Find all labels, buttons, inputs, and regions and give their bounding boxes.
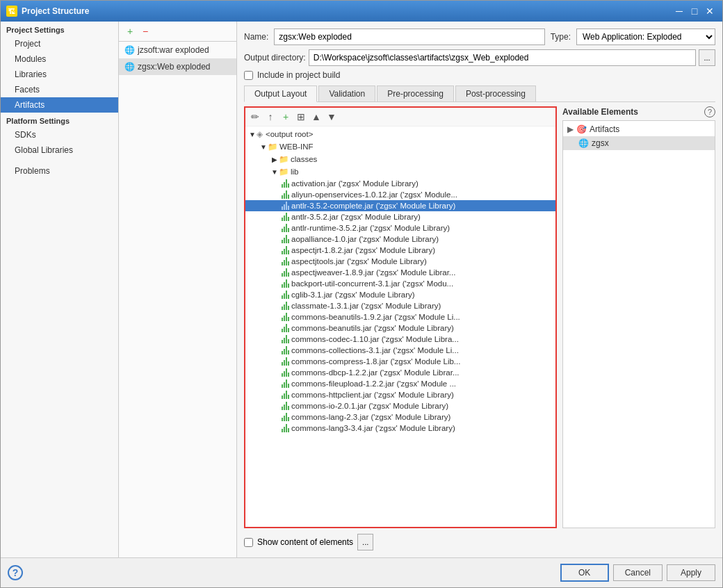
tab-pre-processing[interactable]: Pre-processing	[377, 85, 454, 101]
tree-item-jar-4[interactable]: antlr-runtime-3.5.2.jar ('zgsx' Module L…	[245, 222, 555, 234]
toggle-icon[interactable]: ▼	[259, 142, 268, 151]
jar-icon	[282, 324, 289, 332]
tree-item-jar-1[interactable]: aliyun-openservices-1.0.12.jar ('zgsx' M…	[245, 189, 555, 200]
type-select[interactable]: Web Application: Exploded	[576, 28, 715, 45]
tree-item-jar-10[interactable]: cglib-3.1.jar ('zgsx' Module Library)	[245, 289, 555, 300]
tree-label: lib	[291, 168, 299, 176]
include-build-checkbox[interactable]	[244, 71, 253, 80]
tree-item-classes[interactable]: ▶ 📁 classes	[245, 153, 555, 165]
artifact-icon-jzsoft: 🌐	[124, 45, 135, 55]
layout-edit-button[interactable]: ✏	[248, 110, 262, 124]
sidebar-item-sdks[interactable]: SDKs	[1, 127, 118, 142]
browse-button[interactable]: ...	[699, 49, 715, 66]
output-dir-row: Output directory: ...	[244, 49, 715, 66]
tree-item-jar-0[interactable]: activation.jar ('zgsx' Module Library)	[245, 178, 555, 189]
tree-label: classmate-1.3.1.jar ('zgsx' Module Libra…	[291, 302, 441, 310]
sidebar-item-libraries[interactable]: Libraries	[1, 67, 118, 82]
toggle-icon[interactable]: ▼	[248, 130, 257, 138]
sidebar-item-global-libraries[interactable]: Global Libraries	[1, 142, 118, 158]
layout-down-button[interactable]: ▼	[325, 110, 339, 124]
available-elements-panel: Available Elements ? ▶ 🎯 Artifacts 🌐 zgs	[562, 106, 715, 528]
tree-item-jar-12[interactable]: commons-beanutils-1.9.2.jar ('zgsx' Modu…	[245, 311, 555, 322]
tree-label: commons-collections-3.1.jar ('zgsx' Modu…	[291, 346, 459, 354]
tree-item-jar-15[interactable]: commons-collections-3.1.jar ('zgsx' Modu…	[245, 345, 555, 356]
root-icon: ◈	[257, 129, 263, 139]
window: 🏗 Project Structure ─ □ ✕ Project Settin…	[0, 0, 723, 588]
artifact-item-zgsx[interactable]: 🌐 zgsx:Web exploded	[119, 58, 236, 75]
remove-artifact-button[interactable]: −	[138, 24, 152, 38]
ok-button[interactable]: OK	[560, 564, 609, 582]
layout-extract-button[interactable]: ⊞	[294, 110, 308, 124]
layout-toolbar: ✏ ↑ + ⊞ ▲ ▼	[245, 108, 555, 126]
toggle-icon[interactable]: ▼	[270, 168, 279, 176]
tree-label: commons-compress-1.8.jar ('zgsx' Module …	[291, 357, 460, 366]
tree-item-jar-13[interactable]: commons-beanutils.jar ('zgsx' Module Lib…	[245, 322, 555, 334]
maximize-button[interactable]: □	[688, 4, 701, 18]
layout-move-up-button[interactable]: ↑	[263, 110, 277, 124]
available-tree: ▶ 🎯 Artifacts 🌐 zgsx	[562, 120, 715, 528]
folder-icon: 📁	[279, 167, 289, 177]
cancel-button[interactable]: Cancel	[613, 564, 663, 581]
tree-label: commons-httpclient.jar ('zgsx' Module Li…	[291, 391, 454, 399]
tree-item-jar-17[interactable]: commons-dbcp-1.2.2.jar ('zgsx' Module Li…	[245, 367, 555, 378]
include-build-label: Include in project build	[257, 70, 340, 80]
tree-item-jar-9[interactable]: backport-util-concurrent-3.1.jar ('zgsx'…	[245, 278, 555, 289]
tree-item-jar-8[interactable]: aspectjweaver-1.8.9.jar ('zgsx' Module L…	[245, 267, 555, 278]
tree-item-jar-16[interactable]: commons-compress-1.8.jar ('zgsx' Module …	[245, 356, 555, 367]
show-content-label: Show content of elements	[257, 537, 353, 547]
tree-label: activation.jar ('zgsx' Module Library)	[291, 179, 419, 188]
tree-item-jar-18[interactable]: commons-fileupload-1.2.2.jar ('zgsx' Mod…	[245, 378, 555, 389]
close-button[interactable]: ✕	[703, 4, 717, 18]
minimize-button[interactable]: ─	[672, 4, 686, 18]
layout-add-button[interactable]: +	[279, 110, 293, 124]
tree-label: commons-io-2.0.1.jar ('zgsx' Module Libr…	[291, 402, 448, 410]
apply-button[interactable]: Apply	[667, 564, 715, 581]
tree-label: aliyun-openservices-1.0.12.jar ('zgsx' M…	[291, 190, 457, 199]
available-item-artifacts[interactable]: ▶ 🎯 Artifacts	[563, 122, 715, 136]
tree-item-lib[interactable]: ▼ 📁 lib	[245, 165, 555, 178]
left-panel: Project Settings Project Modules Librari…	[1, 22, 119, 557]
tab-post-processing[interactable]: Post-processing	[455, 85, 536, 101]
jar-icon	[282, 279, 289, 288]
tree-item-jar-11[interactable]: classmate-1.3.1.jar ('zgsx' Module Libra…	[245, 300, 555, 311]
tree-item-jar-19[interactable]: commons-httpclient.jar ('zgsx' Module Li…	[245, 389, 555, 400]
tree-item-webinf[interactable]: ▼ 📁 WEB-INF	[245, 140, 555, 153]
jar-icon	[282, 179, 289, 188]
sidebar-item-facets[interactable]: Facets	[1, 82, 118, 97]
tree-item-jar-20[interactable]: commons-io-2.0.1.jar ('zgsx' Module Libr…	[245, 400, 555, 411]
sidebar-item-artifacts[interactable]: Artifacts	[1, 97, 118, 113]
tree-item-jar-6[interactable]: aspectjrt-1.8.2.jar ('zgsx' Module Libra…	[245, 245, 555, 256]
tree-item-jar-21[interactable]: commons-lang-2.3.jar ('zgsx' Module Libr…	[245, 411, 555, 423]
available-item-zgsx[interactable]: 🌐 zgsx	[563, 136, 715, 150]
tree-item-jar-14[interactable]: commons-codec-1.10.jar ('zgsx' Module Li…	[245, 334, 555, 345]
show-content-checkbox[interactable]	[244, 538, 253, 547]
sidebar-item-project[interactable]: Project	[1, 36, 118, 51]
sidebar-item-modules[interactable]: Modules	[1, 51, 118, 67]
tree-item-jar-3[interactable]: antlr-3.5.2.jar ('zgsx' Module Library)	[245, 211, 555, 222]
tree-label: commons-lang-2.3.jar ('zgsx' Module Libr…	[291, 413, 450, 421]
show-content-browse-button[interactable]: ...	[357, 534, 373, 550]
toggle-icon[interactable]: ▶	[270, 155, 279, 163]
jar-icon	[282, 357, 289, 366]
tree-item-jar-2[interactable]: antlr-3.5.2-complete.jar ('zgsx' Module …	[245, 200, 555, 211]
sidebar-item-problems[interactable]: Problems	[1, 163, 118, 179]
jar-icon	[282, 235, 289, 243]
add-artifact-button[interactable]: +	[123, 24, 137, 38]
artifact-item-jzsoft[interactable]: 🌐 jzsoft:war exploded	[119, 42, 236, 58]
tree-item-jar-5[interactable]: aopalliance-1.0.jar ('zgsx' Module Libra…	[245, 234, 555, 245]
tab-validation[interactable]: Validation	[318, 85, 375, 101]
output-dir-input[interactable]	[309, 49, 696, 66]
layout-tree: ▼ ◈ <output root> ▼ 📁 WEB-INF	[245, 126, 555, 527]
available-help-button[interactable]: ?	[704, 106, 715, 117]
tree-item-output-root[interactable]: ▼ ◈ <output root>	[245, 128, 555, 140]
jar-icon	[282, 391, 289, 399]
artifact-label-zgsx: zgsx:Web exploded	[138, 62, 211, 72]
tree-item-jar-7[interactable]: aspectjtools.jar ('zgsx' Module Library)	[245, 256, 555, 267]
layout-up-button[interactable]: ▲	[309, 110, 323, 124]
name-input[interactable]	[274, 28, 544, 45]
tree-item-jar-22[interactable]: commons-lang3-3.4.jar ('zgsx' Module Lib…	[245, 423, 555, 434]
tree-label: classes	[291, 155, 317, 163]
app-icon: 🏗	[6, 6, 17, 17]
global-help-button[interactable]: ?	[8, 565, 23, 580]
tab-output-layout[interactable]: Output Layout	[244, 85, 317, 102]
